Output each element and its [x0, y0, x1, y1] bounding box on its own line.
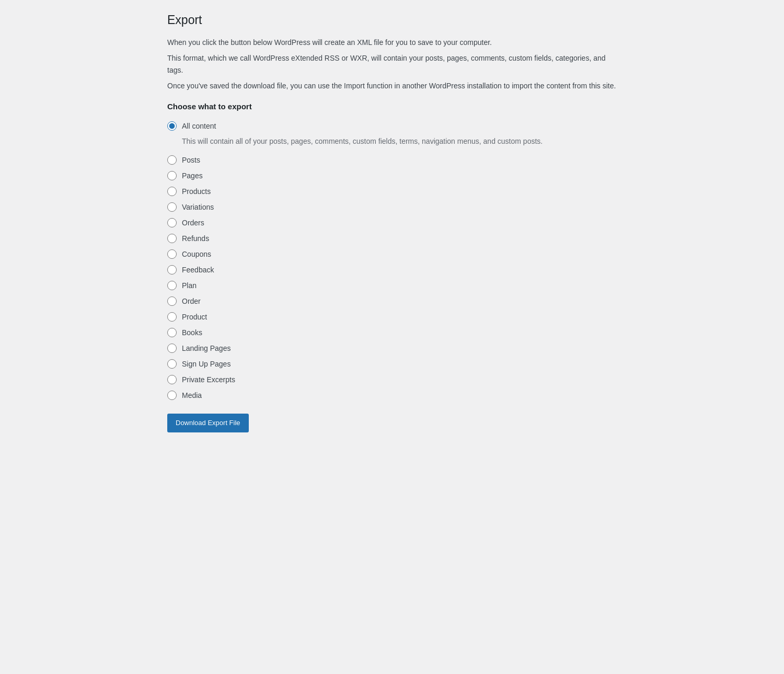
radio-refunds[interactable]	[167, 234, 177, 243]
radio-item-coupons[interactable]: Coupons	[167, 246, 617, 262]
radio-posts[interactable]	[167, 155, 177, 165]
radio-plan-label: Plan	[182, 281, 197, 290]
radio-item-variations[interactable]: Variations	[167, 199, 617, 215]
radio-item-feedback[interactable]: Feedback	[167, 262, 617, 278]
page-wrapper: Export When you click the button below W…	[157, 0, 627, 453]
radio-item-pages[interactable]: Pages	[167, 168, 617, 184]
all-content-text: All content	[182, 122, 216, 130]
radio-products-label: Products	[182, 187, 211, 196]
radio-all-content[interactable]	[167, 121, 177, 131]
description-text-1: When you click the button below WordPres…	[167, 37, 617, 48]
radio-orders-label: Orders	[182, 219, 204, 227]
radio-item-products[interactable]: Products	[167, 184, 617, 199]
radio-item-order[interactable]: Order	[167, 293, 617, 309]
radio-products[interactable]	[167, 187, 177, 196]
radio-feedback[interactable]	[167, 265, 177, 275]
radio-orders[interactable]	[167, 218, 177, 227]
radio-item-landing-pages[interactable]: Landing Pages	[167, 340, 617, 356]
radio-item-media[interactable]: Media	[167, 387, 617, 403]
radio-refunds-label: Refunds	[182, 234, 209, 243]
radio-feedback-label: Feedback	[182, 266, 214, 274]
radio-pages-label: Pages	[182, 172, 203, 180]
download-export-button[interactable]: Download Export File	[167, 414, 249, 432]
all-content-label[interactable]: All content	[167, 118, 617, 134]
radio-product-label: Product	[182, 313, 207, 321]
radio-variations-label: Variations	[182, 203, 214, 211]
radio-sign-up-pages[interactable]	[167, 359, 177, 369]
description-text-3: Once you've saved the download file, you…	[167, 80, 617, 92]
radio-item-product[interactable]: Product	[167, 309, 617, 325]
radio-pages[interactable]	[167, 171, 177, 180]
radio-item-private-excerpts[interactable]: Private Excerpts	[167, 372, 617, 387]
page-title: Export	[167, 13, 617, 28]
radio-media-label: Media	[182, 391, 202, 399]
radio-item-refunds[interactable]: Refunds	[167, 231, 617, 246]
radio-order-label: Order	[182, 297, 201, 305]
all-content-description: This will contain all of your posts, pag…	[182, 136, 617, 147]
radio-item-all-content[interactable]: All content This will contain all of you…	[167, 118, 617, 152]
radio-item-books[interactable]: Books	[167, 325, 617, 340]
radio-product[interactable]	[167, 312, 177, 322]
description-block: When you click the button below WordPres…	[167, 37, 617, 92]
radio-plan[interactable]	[167, 281, 177, 290]
radio-posts-label: Posts	[182, 156, 200, 164]
radio-coupons-label: Coupons	[182, 250, 211, 258]
radio-landing-pages-label: Landing Pages	[182, 344, 230, 352]
radio-books-label: Books	[182, 328, 202, 337]
radio-landing-pages[interactable]	[167, 344, 177, 353]
radio-private-excerpts[interactable]	[167, 375, 177, 384]
radio-item-orders[interactable]: Orders	[167, 215, 617, 231]
section-heading: Choose what to export	[167, 102, 617, 111]
radio-item-sign-up-pages[interactable]: Sign Up Pages	[167, 356, 617, 372]
description-text-2: This format, which we call WordPress eXt…	[167, 52, 617, 76]
radio-sign-up-pages-label: Sign Up Pages	[182, 360, 230, 368]
radio-item-posts[interactable]: Posts	[167, 152, 617, 168]
radio-variations[interactable]	[167, 202, 177, 212]
radio-order[interactable]	[167, 296, 177, 306]
radio-media[interactable]	[167, 391, 177, 400]
radio-books[interactable]	[167, 328, 177, 337]
radio-coupons[interactable]	[167, 249, 177, 259]
radio-item-plan[interactable]: Plan	[167, 278, 617, 293]
export-options-group: All content This will contain all of you…	[167, 118, 617, 403]
radio-private-excerpts-label: Private Excerpts	[182, 375, 235, 384]
